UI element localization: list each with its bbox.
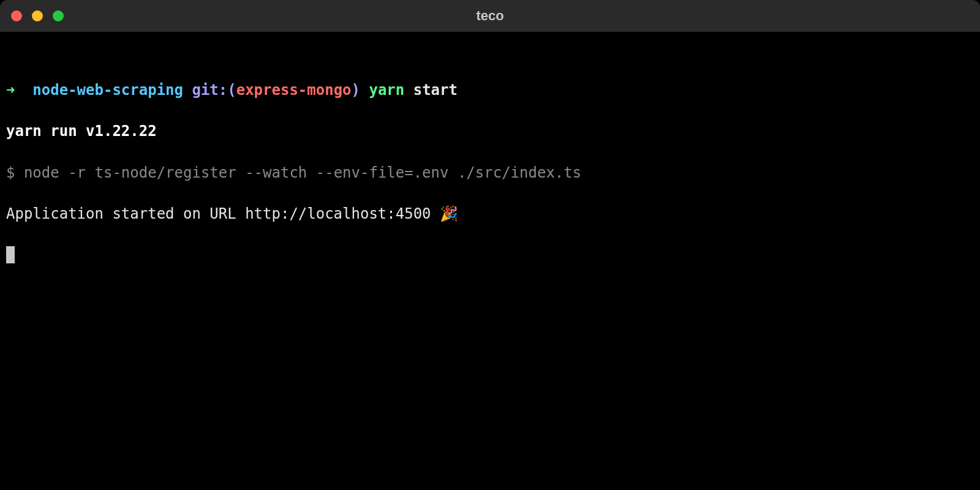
close-icon[interactable] — [11, 10, 22, 21]
titlebar: teco — [0, 0, 980, 32]
node-cmd: node -r ts-node/register --watch --env-f… — [24, 164, 581, 181]
maximize-icon[interactable] — [53, 10, 64, 21]
git-branch: express-mongo — [236, 81, 352, 99]
app-started-line: Application started on URL http://localh… — [6, 204, 974, 225]
command: yarn — [369, 81, 404, 99]
terminal-body[interactable]: ➜ node-web-scraping git:(express-mongo) … — [0, 32, 980, 293]
git-close: ) — [352, 81, 360, 99]
window-title: teco — [476, 8, 503, 24]
yarn-run-line: yarn run v1.22.22 — [6, 121, 974, 142]
traffic-lights — [11, 10, 64, 21]
prompt-line: ➜ node-web-scraping git:(express-mongo) … — [6, 80, 974, 101]
dollar-sign: $ — [6, 164, 15, 181]
node-cmd-line: $ node -r ts-node/register --watch --env… — [6, 163, 974, 184]
minimize-icon[interactable] — [32, 10, 43, 21]
terminal-window: teco ➜ node-web-scraping git:(express-mo… — [0, 0, 980, 490]
prompt-dir: node-web-scraping — [32, 81, 183, 99]
command-arg: start — [413, 81, 458, 99]
cursor-icon — [6, 246, 15, 263]
prompt-arrow-icon: ➜ — [6, 81, 15, 99]
git-label: git:( — [192, 81, 236, 99]
